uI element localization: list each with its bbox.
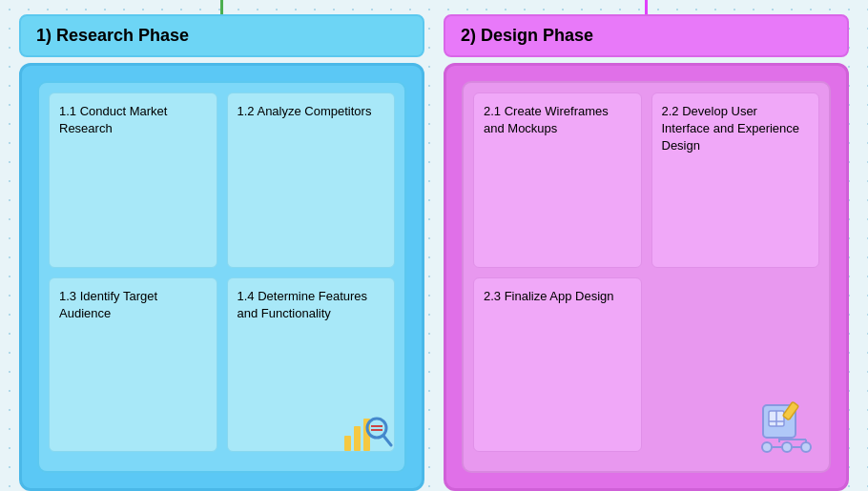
- design-phase-header: 2) Design Phase: [444, 14, 849, 57]
- research-phase-column: 1) Research Phase 1.1 Conduct Market Res…: [19, 0, 424, 491]
- research-inner-box: 1.1 Conduct Market Research 1.2 Analyze …: [37, 81, 406, 473]
- design-inner-box: 2.1 Create Wireframes and Mockups 2.2 De…: [462, 81, 831, 473]
- task-1-1: 1.1 Conduct Market Research: [49, 92, 217, 268]
- design-phase-column: 2) Design Phase 2.1 Create Wireframes an…: [444, 0, 849, 491]
- research-icon-area: [341, 407, 393, 460]
- design-icon: [755, 398, 817, 460]
- svg-point-14: [801, 442, 811, 452]
- svg-line-4: [383, 436, 391, 445]
- svg-rect-0: [344, 436, 351, 451]
- research-icon: [341, 407, 393, 460]
- design-icon-area: [755, 398, 817, 460]
- task-2-1: 2.1 Create Wireframes and Mockups: [473, 92, 642, 268]
- task-2-2: 2.2 Develop User Interface and Experienc…: [651, 92, 820, 268]
- task-1-2: 1.2 Analyze Competitors: [227, 92, 396, 268]
- research-tasks-grid: 1.1 Conduct Market Research 1.2 Analyze …: [49, 92, 395, 452]
- svg-point-13: [782, 442, 792, 452]
- svg-point-12: [762, 442, 772, 452]
- design-connector: [645, 0, 648, 14]
- task-2-3: 2.3 Finalize App Design: [473, 277, 642, 453]
- main-container: 1) Research Phase 1.1 Conduct Market Res…: [0, 0, 868, 491]
- svg-rect-1: [354, 426, 361, 451]
- research-phase-header: 1) Research Phase: [19, 14, 424, 57]
- research-connector: [220, 0, 223, 14]
- research-phase-content: 1.1 Conduct Market Research 1.2 Analyze …: [19, 63, 424, 491]
- task-1-3: 1.3 Identify Target Audience: [49, 277, 217, 453]
- design-phase-content: 2.1 Create Wireframes and Mockups 2.2 De…: [444, 63, 849, 491]
